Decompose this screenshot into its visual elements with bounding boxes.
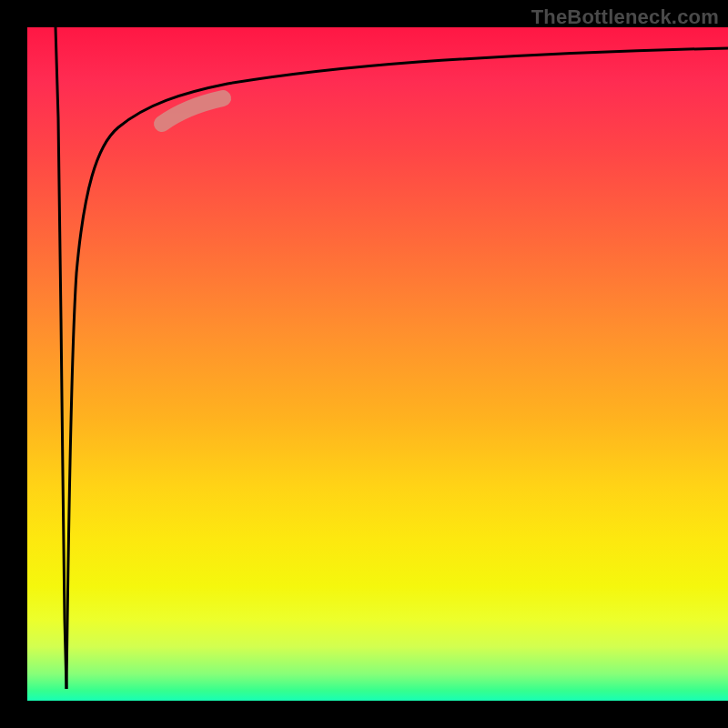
- chart-frame: TheBottleneck.com: [0, 0, 728, 728]
- attribution-label: TheBottleneck.com: [531, 5, 719, 29]
- plot-area: [27, 27, 728, 701]
- y-axis-placeholder: [0, 0, 27, 728]
- x-axis-placeholder: [0, 701, 728, 728]
